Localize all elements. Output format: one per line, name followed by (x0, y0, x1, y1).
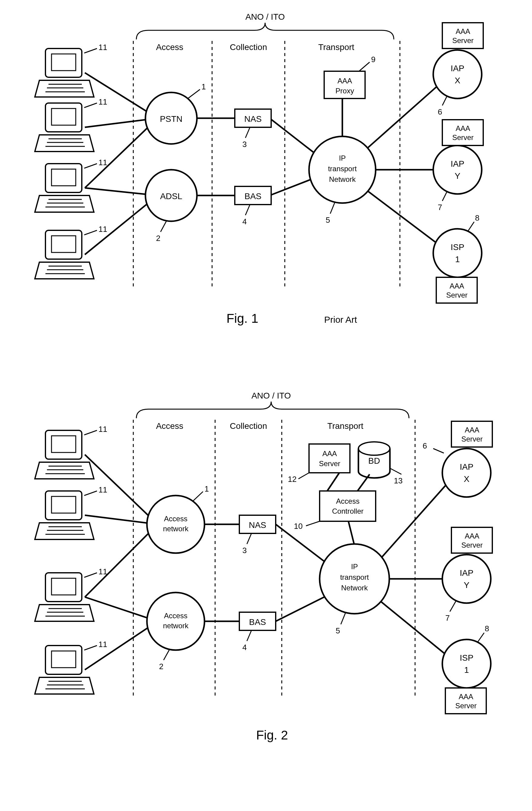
svg-rect-38 (45, 230, 82, 259)
svg-text:Network: Network (341, 584, 368, 592)
svg-marker-26 (35, 135, 94, 152)
svg-line-104 (84, 491, 97, 495)
bas-label: BAS (245, 192, 262, 201)
col-collection-label: Collection (230, 421, 267, 431)
figure-2: ANO / ITO Access Collection Transport 11… (35, 391, 492, 742)
svg-text:AAA: AAA (456, 27, 470, 35)
fig2-title: Fig. 2 (256, 728, 288, 742)
svg-text:IAP: IAP (459, 568, 473, 578)
iap-x-node (433, 50, 482, 98)
svg-text:AAA: AAA (459, 692, 473, 701)
svg-text:network: network (163, 622, 189, 630)
svg-line-158 (433, 448, 444, 453)
svg-text:12: 12 (288, 475, 297, 484)
figure-1: ANO / ITO Access Collection Transport 11… (35, 12, 483, 325)
svg-line-55 (359, 62, 370, 71)
iap-y-node (442, 555, 491, 603)
svg-text:NAS: NAS (249, 520, 266, 530)
svg-text:IAP: IAP (451, 64, 464, 73)
svg-line-16 (363, 188, 444, 248)
svg-text:2: 2 (159, 662, 163, 671)
access-network-node (147, 495, 204, 553)
svg-line-77 (85, 524, 158, 597)
svg-marker-108 (35, 605, 94, 621)
svg-text:7: 7 (445, 613, 450, 623)
svg-text:X: X (455, 76, 460, 85)
nas-label: NAS (244, 114, 262, 124)
access-network-node (147, 593, 204, 650)
ref-2: 2 (156, 234, 160, 243)
svg-text:Server: Server (446, 291, 468, 299)
svg-line-44 (84, 230, 97, 235)
svg-text:IAP: IAP (451, 159, 464, 168)
svg-line-128 (163, 649, 170, 660)
svg-text:BAS: BAS (249, 617, 266, 627)
svg-line-89 (377, 599, 451, 659)
svg-text:transport: transport (340, 573, 369, 581)
svg-marker-33 (35, 196, 94, 212)
svg-line-23 (84, 48, 97, 53)
diagram-canvas: ANO / ITO Access Collection Transport 11… (6, 6, 532, 811)
svg-line-65 (442, 192, 447, 201)
adsl-label: ADSL (160, 192, 182, 201)
svg-line-46 (160, 220, 167, 232)
svg-rect-114 (45, 645, 82, 674)
svg-line-143 (306, 521, 319, 526)
ref-7: 7 (438, 203, 442, 212)
aaa-server-node (436, 277, 477, 303)
svg-line-170 (478, 633, 484, 642)
svg-text:Access: Access (164, 612, 187, 620)
ano-ito-label: ANO / ITO (246, 12, 285, 21)
brace-icon (136, 401, 409, 418)
ref-8: 8 (475, 213, 479, 223)
svg-text:3: 3 (242, 546, 247, 555)
svg-rect-17 (45, 48, 82, 77)
svg-text:Access: Access (164, 515, 187, 523)
svg-text:AAA: AAA (465, 532, 479, 540)
svg-text:Server: Server (319, 459, 341, 468)
svg-text:AAA: AAA (338, 77, 352, 85)
svg-text:11: 11 (98, 425, 107, 434)
brace-icon (136, 23, 394, 40)
svg-text:4: 4 (242, 643, 247, 652)
svg-text:Server: Server (455, 702, 477, 710)
svg-line-139 (341, 613, 345, 624)
svg-text:Server: Server (461, 541, 483, 549)
col-collection-label: Collection (230, 43, 267, 52)
svg-text:AAA: AAA (322, 449, 337, 458)
svg-text:transport: transport (328, 165, 357, 173)
ref-11: 11 (98, 158, 107, 167)
access-controller-node (319, 491, 376, 521)
ano-ito-label: ANO / ITO (251, 391, 291, 400)
svg-line-6 (85, 118, 158, 188)
svg-rect-90 (45, 430, 82, 459)
svg-line-96 (84, 430, 97, 435)
ref-1: 1 (202, 82, 206, 91)
svg-text:1: 1 (204, 484, 209, 493)
svg-text:BD: BD (369, 456, 380, 465)
svg-line-124 (192, 492, 203, 502)
aaa-server-node (451, 421, 492, 447)
svg-line-152 (390, 468, 402, 474)
svg-line-60 (442, 96, 447, 106)
svg-line-45 (188, 89, 200, 98)
svg-line-52 (330, 202, 335, 214)
svg-text:10: 10 (294, 522, 303, 531)
svg-text:AAA: AAA (456, 124, 470, 133)
svg-line-131 (247, 533, 251, 544)
aaa-server-node (442, 23, 483, 48)
svg-text:8: 8 (485, 624, 489, 633)
svg-text:IP: IP (351, 563, 358, 571)
svg-text:IP: IP (339, 154, 346, 162)
svg-text:1: 1 (455, 255, 460, 264)
pstn-label: PSTN (160, 114, 183, 124)
col-access-label: Access (156, 421, 183, 431)
svg-text:Y: Y (464, 580, 470, 590)
ref-4: 4 (242, 217, 247, 226)
isp-node (442, 640, 491, 688)
svg-marker-100 (35, 523, 94, 539)
svg-rect-24 (45, 103, 82, 132)
svg-line-85 (327, 473, 339, 491)
fig1-title: Fig. 1 (226, 311, 258, 325)
svg-text:Server: Server (452, 133, 474, 141)
